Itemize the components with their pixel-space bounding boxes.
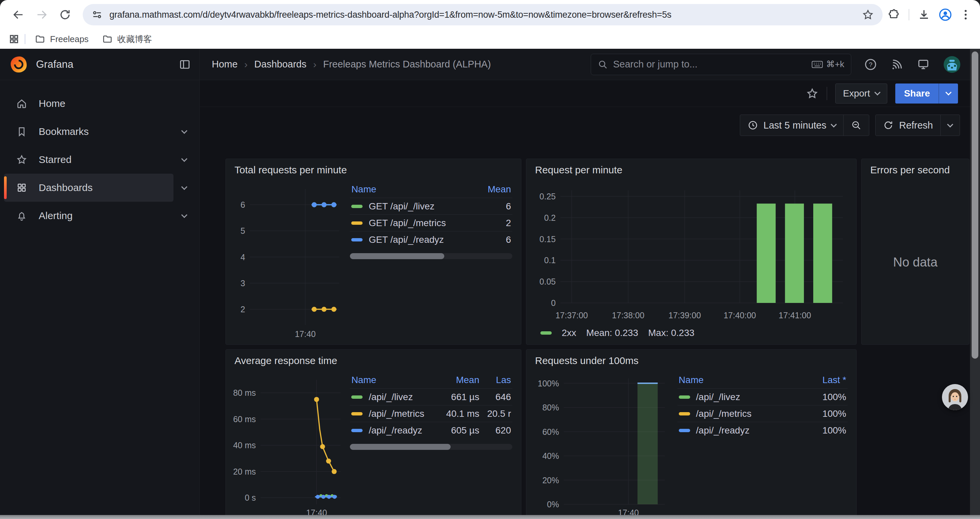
svg-text:2: 2 bbox=[240, 305, 245, 314]
page-scrollbar[interactable] bbox=[970, 49, 980, 515]
svg-text:?: ? bbox=[869, 61, 873, 68]
legend-series-name[interactable]: /api/_/livez bbox=[679, 392, 803, 402]
legend-series-name[interactable]: /api/_/metrics bbox=[679, 409, 803, 419]
time-range-picker[interactable]: Last 5 minutes bbox=[740, 115, 843, 136]
search-bar[interactable]: ⌘+k bbox=[591, 54, 851, 75]
sidebar-expand-starred[interactable] bbox=[173, 158, 195, 162]
legend-col-header[interactable]: Name bbox=[351, 184, 461, 195]
refresh-interval-dropdown[interactable] bbox=[940, 115, 960, 136]
brand-name: Grafana bbox=[36, 58, 73, 70]
address-bar[interactable]: grafana.mathmast.com/d/deytv4rwavabkb/fr… bbox=[83, 4, 883, 26]
browser-window: grafana.mathmast.com/d/deytv4rwavabkb/fr… bbox=[0, 0, 980, 519]
bookmark-folder-freeleaps[interactable]: Freeleaps bbox=[31, 32, 93, 46]
user-avatar[interactable] bbox=[943, 56, 961, 73]
svg-text:17:39:00: 17:39:00 bbox=[668, 311, 701, 320]
legend-col-header[interactable]: Mean bbox=[461, 184, 511, 195]
browser-toolbar: grafana.mathmast.com/d/deytv4rwavabkb/fr… bbox=[0, 0, 980, 29]
url-text: grafana.mathmast.com/d/deytv4rwavabkb/fr… bbox=[110, 10, 862, 20]
svg-text:100%: 100% bbox=[538, 379, 559, 388]
search-shortcut: ⌘+k bbox=[811, 59, 844, 69]
sidebar-item-label: Alerting bbox=[39, 210, 73, 222]
refresh-button[interactable]: Refresh bbox=[876, 115, 940, 136]
header-brand-area: Grafana bbox=[0, 49, 200, 80]
bookmark-star-icon[interactable] bbox=[862, 9, 874, 21]
breadcrumb-home[interactable]: Home bbox=[212, 59, 237, 70]
panel-title[interactable]: Request per minute bbox=[527, 159, 856, 180]
apps-grid-icon[interactable] bbox=[9, 34, 19, 45]
panel-title[interactable]: Errors per second bbox=[862, 159, 969, 180]
series-color-pill bbox=[679, 429, 690, 432]
legend-series-name[interactable]: /api/_/metrics bbox=[351, 409, 426, 419]
chevron-down-icon bbox=[831, 121, 837, 127]
legend-series-name[interactable]: /api/_/livez bbox=[351, 392, 426, 402]
panel-title[interactable]: Requests under 100ms bbox=[527, 350, 856, 371]
legend-col-header[interactable]: Las bbox=[479, 375, 511, 385]
export-button[interactable]: Export bbox=[835, 83, 887, 104]
svg-text:0.25: 0.25 bbox=[539, 192, 556, 201]
header-main: Home › Dashboards › Freeleaps Metrics Da… bbox=[200, 49, 980, 80]
grafana-logo[interactable] bbox=[11, 56, 27, 72]
search-input[interactable] bbox=[613, 59, 806, 70]
legend-col-header[interactable]: Name bbox=[679, 375, 803, 385]
bookmark-label: Freeleaps bbox=[50, 34, 89, 45]
horizontal-scrollbar[interactable] bbox=[0, 515, 980, 519]
floating-assistant-avatar[interactable] bbox=[942, 384, 968, 410]
keyboard-icon bbox=[811, 60, 823, 69]
legend-col-header[interactable]: Last * bbox=[803, 375, 846, 385]
legend-table: NameMeanLas /api/_/livez661 µs646 /api/_… bbox=[345, 371, 517, 519]
series-name[interactable]: 2xx bbox=[562, 327, 576, 338]
sidebar-expand-dashboards[interactable] bbox=[173, 186, 195, 190]
svg-text:6: 6 bbox=[240, 200, 245, 209]
series-max: Max: 0.233 bbox=[648, 327, 694, 338]
sidebar-item-bookmarks[interactable]: Bookmarks bbox=[0, 118, 199, 145]
menu-kebab-icon[interactable] bbox=[961, 9, 970, 21]
profile-avatar-icon[interactable] bbox=[939, 8, 952, 21]
sidebar-item-starred[interactable]: Starred bbox=[0, 145, 199, 174]
news-rss-icon[interactable] bbox=[891, 58, 903, 71]
bookmark-folder-blogs[interactable]: 收藏博客 bbox=[98, 32, 156, 46]
sidebar-expand-alerting[interactable] bbox=[173, 214, 195, 218]
share-button-group: Share bbox=[895, 83, 958, 104]
legend-value: 20.5 r bbox=[479, 409, 511, 419]
legend-scrollbar[interactable] bbox=[350, 444, 512, 450]
reload-button[interactable] bbox=[56, 5, 75, 24]
forward-icon bbox=[35, 8, 48, 21]
share-button[interactable]: Share bbox=[895, 83, 939, 104]
legend-series-name[interactable]: GET /api/_/readyz bbox=[351, 235, 461, 245]
legend-series-name[interactable]: /api/_/readyz bbox=[679, 425, 803, 436]
zoom-out-button[interactable] bbox=[843, 115, 869, 136]
refresh-icon bbox=[883, 120, 894, 131]
sidebar-item-home[interactable]: Home bbox=[0, 89, 199, 118]
sidebar-item-dashboards[interactable]: Dashboards bbox=[0, 174, 199, 202]
back-button[interactable] bbox=[9, 5, 28, 24]
toolbar-actions bbox=[888, 8, 973, 21]
sidebar-expand-bookmarks[interactable] bbox=[173, 129, 195, 134]
site-settings-icon[interactable] bbox=[91, 9, 103, 21]
bar-chart[interactable]: 00.050.10.150.20.2517:37:0017:38:0017:39… bbox=[530, 180, 852, 324]
legend-series-name[interactable]: /api/_/readyz bbox=[351, 425, 426, 436]
legend-scrollbar[interactable] bbox=[350, 253, 512, 259]
legend-series-name[interactable]: GET /api/_/metrics bbox=[351, 218, 461, 228]
extensions-icon[interactable] bbox=[888, 9, 900, 21]
star-dashboard-button[interactable] bbox=[806, 87, 819, 100]
scrollbar-thumb[interactable] bbox=[972, 51, 978, 359]
bar-chart[interactable]: 0%20%40%60%80%100%17:40 bbox=[530, 371, 672, 519]
panel-title[interactable]: Average response time bbox=[226, 350, 521, 371]
display-kiosk-icon[interactable] bbox=[916, 58, 930, 71]
forward-button[interactable] bbox=[32, 5, 51, 24]
timeseries-chart[interactable]: 0 s20 ms40 ms60 ms80 ms17:40 bbox=[230, 371, 345, 519]
breadcrumb-dashboards[interactable]: Dashboards bbox=[254, 59, 306, 70]
legend-col-header[interactable]: Name bbox=[351, 375, 426, 385]
downloads-icon[interactable] bbox=[918, 9, 930, 21]
timeseries-chart[interactable]: 6543217:40 bbox=[230, 180, 345, 341]
legend-col-header[interactable]: Mean bbox=[426, 375, 479, 385]
share-dropdown-button[interactable] bbox=[939, 83, 958, 104]
help-icon[interactable]: ? bbox=[864, 58, 877, 71]
legend-series-name[interactable]: GET /api/_/livez bbox=[351, 201, 461, 212]
sidebar-toggle-button[interactable] bbox=[179, 58, 191, 70]
legend-value: 620 bbox=[479, 425, 511, 436]
assistant-avatar-image bbox=[942, 384, 968, 410]
sidebar-item-alerting[interactable]: Alerting bbox=[0, 202, 199, 230]
svg-text:80%: 80% bbox=[542, 403, 559, 412]
panel-title[interactable]: Total requests per minute bbox=[226, 159, 521, 180]
